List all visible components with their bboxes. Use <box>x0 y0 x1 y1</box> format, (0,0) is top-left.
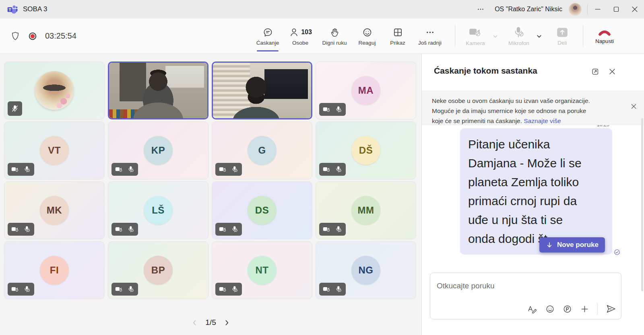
new-messages-button[interactable]: Nove poruke <box>539 237 605 253</box>
mic-off-icon <box>23 226 31 233</box>
status-chip <box>215 223 242 236</box>
close-button[interactable] <box>625 0 644 18</box>
mic-off-icon <box>231 226 238 233</box>
participant-initials: KP <box>144 136 173 165</box>
chat-icon <box>262 27 273 38</box>
participant-tile[interactable] <box>108 62 208 119</box>
camera-off-icon <box>219 286 227 292</box>
chat-panel-title: Ćaskanje tokom sastanka <box>434 66 537 76</box>
tab-label: Osobe <box>292 40 308 46</box>
camera-off-icon <box>219 166 227 173</box>
camera-off-icon <box>468 26 483 39</box>
grid-pagination: 1/5 <box>0 318 421 327</box>
next-page-chevron[interactable] <box>223 319 230 326</box>
participant-tile[interactable]: NG <box>316 241 416 299</box>
tab-label: Digni ruku <box>322 40 347 46</box>
participant-tile[interactable]: BP <box>108 241 208 299</box>
camera-off-icon <box>11 226 19 232</box>
participant-video <box>213 63 311 118</box>
tab-label: Još radnji <box>418 40 442 46</box>
tab--askanje[interactable]: Ćaskanje <box>252 18 283 53</box>
banner-close-icon[interactable] <box>630 103 638 110</box>
chat-scrollbar-thumb[interactable] <box>641 118 643 291</box>
message-composer[interactable]: Otkucajte poruku <box>430 273 621 319</box>
tab-prikaz[interactable]: Prikaz <box>382 18 413 53</box>
account-avatar[interactable] <box>569 3 582 16</box>
send-icon[interactable] <box>606 304 616 314</box>
security-shield-icon[interactable] <box>10 31 20 41</box>
mic-off-icon <box>23 286 31 293</box>
mic-muted-icon <box>11 105 19 113</box>
share-screen-icon <box>556 26 569 38</box>
status-chip <box>319 103 346 116</box>
room-title: SOBA 3 <box>23 5 47 13</box>
video-stage: MAVTKPGDŠMKLŠDSMMFIBPNTNG 1/5 <box>0 54 421 335</box>
camera-label: Kamera <box>466 40 485 46</box>
tab-jo-radnji[interactable]: Još radnji <box>413 18 447 53</box>
participant-tile[interactable]: KP <box>108 121 208 179</box>
mic-off-icon <box>127 166 134 173</box>
participant-tile[interactable] <box>212 62 312 119</box>
microphone-options-chevron[interactable] <box>536 33 543 40</box>
microphone-label: Mikrofon <box>508 40 529 46</box>
status-chip <box>8 283 34 296</box>
camera-off-icon <box>115 286 123 292</box>
participant-tile[interactable]: DS <box>212 181 312 239</box>
status-chip <box>215 283 242 296</box>
arrow-down-icon <box>546 241 553 249</box>
participant-tile[interactable]: MA <box>316 62 416 119</box>
camera-off-icon <box>115 226 123 232</box>
participant-tile[interactable]: NT <box>212 241 312 299</box>
grid-icon <box>392 27 403 38</box>
camera-off-icon <box>323 226 331 232</box>
recording-indicator-icon <box>28 31 37 41</box>
message-seen-icon <box>614 249 620 255</box>
learn-more-link[interactable]: Saznajte više <box>524 117 561 124</box>
chat-close-icon[interactable] <box>608 67 617 76</box>
tab-osobe[interactable]: 103Osobe <box>283 18 317 53</box>
format-icon[interactable] <box>527 304 537 314</box>
participant-tile[interactable]: MM <box>316 181 416 239</box>
participant-initials: DS <box>248 196 277 225</box>
leave-button[interactable]: Napusti <box>588 18 621 53</box>
mic-off-icon <box>335 106 342 113</box>
participant-initials: NT <box>248 256 277 285</box>
teams-meeting-window: SOBA 3 OS "Ratko Zaric" Niksic <box>0 0 644 335</box>
microphone-button[interactable]: Mikrofon <box>505 18 533 53</box>
toolbar-tabs: Ćaskanje103OsobeDigni rukuReagujPrikazJo… <box>252 18 447 53</box>
external-users-banner: Neke osobe u ovom ćaskanju su izvan vaše… <box>422 91 644 125</box>
camera-button[interactable]: Kamera <box>461 18 489 53</box>
participant-tile[interactable]: FI <box>4 241 105 299</box>
person-icon <box>289 27 299 38</box>
chat-message-bubble: Pitanje učenika Damjana - Može li se pla… <box>460 128 612 255</box>
participant-count-badge: 103 <box>301 29 312 36</box>
participant-initials: MM <box>351 196 380 225</box>
camera-options-chevron[interactable] <box>492 33 499 40</box>
popout-icon[interactable] <box>591 67 600 76</box>
camera-off-icon <box>323 106 331 113</box>
previous-page-chevron[interactable] <box>191 319 198 326</box>
mic-off-icon <box>127 226 134 233</box>
maximize-button[interactable] <box>607 0 625 18</box>
tab-digni-ruku[interactable]: Digni ruku <box>317 18 352 53</box>
tab-reaguj[interactable]: Reaguj <box>352 18 382 53</box>
attach-plus-icon[interactable] <box>580 304 589 314</box>
participant-initials: FI <box>40 256 69 285</box>
titlebar-more-menu[interactable] <box>476 5 485 14</box>
participant-tile[interactable]: VT <box>4 121 105 179</box>
minimize-button[interactable] <box>588 0 607 18</box>
mic-off-icon <box>335 166 342 173</box>
participant-tile[interactable] <box>4 62 105 119</box>
loop-component-icon[interactable] <box>563 304 572 314</box>
mic-off-icon <box>335 286 342 293</box>
participant-tile[interactable]: MK <box>4 181 105 239</box>
status-chip <box>111 163 138 176</box>
composer-divider <box>597 304 598 314</box>
participant-tile[interactable]: LŠ <box>108 181 208 239</box>
participant-tile[interactable]: G <box>212 121 312 179</box>
share-button[interactable]: Deli <box>548 18 576 53</box>
composer-placeholder: Otkucajte poruku <box>437 282 495 290</box>
hangup-icon <box>597 28 612 37</box>
participant-tile[interactable]: DŠ <box>316 121 416 179</box>
emoji-icon[interactable] <box>545 304 555 314</box>
